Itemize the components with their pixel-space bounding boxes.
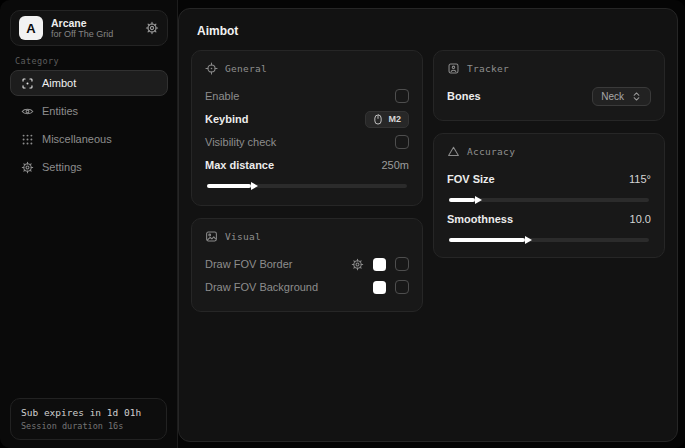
enable-row: Enable — [205, 85, 409, 107]
sidebar-item-entities[interactable]: Entities — [10, 98, 168, 124]
keybind-row: Keybind M2 — [205, 108, 409, 130]
image-icon — [205, 230, 218, 243]
sub-expires-text: Sub expires in 1d 01h — [21, 407, 156, 418]
eye-icon — [21, 105, 34, 118]
mouse-icon — [373, 114, 383, 125]
fov-border-label: Draw FOV Border — [205, 258, 292, 270]
fov-size-value: 115° — [629, 173, 651, 185]
tracker-card: Tracker Bones Neck — [433, 50, 665, 121]
brand-subtitle: for Off The Grid — [51, 29, 137, 39]
card-title: Tracker — [467, 63, 509, 74]
keybind-value: M2 — [388, 114, 401, 124]
fov-border-row: Draw FOV Border — [205, 253, 409, 275]
sidebar-item-label: Entities — [42, 105, 78, 117]
app-window: A Arcane for Off The Grid Category — [0, 0, 685, 448]
card-title: Accuracy — [467, 146, 515, 157]
general-card: General Enable Keybind — [191, 50, 423, 206]
bones-select[interactable]: Neck — [592, 87, 651, 106]
left-column: General Enable Keybind — [191, 50, 423, 312]
category-label: Category — [15, 56, 59, 66]
brand-name: Arcane — [51, 17, 137, 29]
crosshair-icon — [205, 62, 218, 75]
fov-size-label: FOV Size — [447, 173, 495, 185]
gear-icon[interactable] — [145, 21, 159, 35]
keybind-button[interactable]: M2 — [365, 111, 409, 128]
fov-size-row: FOV Size 115° — [447, 168, 651, 190]
page-title: Aimbot — [179, 9, 677, 50]
crosshair-icon — [21, 77, 34, 90]
sidebar-item-label: Miscellaneous — [42, 133, 112, 145]
session-duration-text: Session duration 16s — [21, 421, 156, 431]
main-panel: Aimbot General — [178, 8, 678, 442]
max-distance-value: 250m — [381, 159, 409, 171]
smoothness-label: Smoothness — [447, 213, 513, 225]
visibility-check-label: Visibility check — [205, 136, 276, 148]
fov-border-color-swatch[interactable] — [373, 258, 386, 271]
slider-fill[interactable] — [207, 184, 251, 188]
enable-checkbox[interactable] — [395, 89, 409, 103]
accuracy-card: Accuracy FOV Size 115° Smoothness 10.0 — [433, 133, 665, 258]
brand-card: A Arcane for Off The Grid — [10, 10, 168, 46]
visibility-check-row: Visibility check — [205, 131, 409, 153]
grid-dots-icon — [21, 133, 34, 146]
fov-background-color-swatch[interactable] — [373, 281, 386, 294]
person-box-icon — [447, 62, 460, 75]
bones-value: Neck — [601, 91, 624, 102]
sidebar-nav: Aimbot Entities — [10, 70, 168, 182]
fov-size-slider[interactable] — [449, 198, 649, 202]
sidebar-item-label: Aimbot — [42, 77, 76, 89]
content-grid: General Enable Keybind — [179, 50, 677, 312]
slider-fill[interactable] — [449, 238, 525, 242]
gear-icon[interactable] — [351, 258, 364, 271]
max-distance-row: Max distance 250m — [205, 154, 409, 176]
bones-row: Bones Neck — [447, 85, 651, 107]
bones-label: Bones — [447, 90, 481, 102]
right-column: Tracker Bones Neck — [433, 50, 665, 258]
gear-icon — [21, 161, 34, 174]
sidebar-item-settings[interactable]: Settings — [10, 154, 168, 180]
visibility-check-checkbox[interactable] — [395, 135, 409, 149]
max-distance-label: Max distance — [205, 159, 274, 171]
smoothness-slider[interactable] — [449, 238, 649, 242]
chevron-up-down-icon — [631, 91, 642, 102]
enable-label: Enable — [205, 90, 239, 102]
fov-background-checkbox[interactable] — [395, 280, 409, 294]
sidebar-item-miscellaneous[interactable]: Miscellaneous — [10, 126, 168, 152]
smoothness-value: 10.0 — [630, 213, 651, 225]
fov-border-checkbox[interactable] — [395, 257, 409, 271]
max-distance-slider[interactable] — [207, 184, 407, 188]
sidebar: A Arcane for Off The Grid Category — [0, 0, 178, 448]
slider-fill[interactable] — [449, 198, 475, 202]
sidebar-item-label: Settings — [42, 161, 82, 173]
triangle-icon — [447, 145, 460, 158]
brand-logo: A — [19, 16, 43, 40]
fov-background-row: Draw FOV Background — [205, 276, 409, 298]
card-title: Visual — [225, 231, 261, 242]
subscription-info: Sub expires in 1d 01h Session duration 1… — [10, 398, 167, 440]
fov-background-label: Draw FOV Background — [205, 281, 318, 293]
card-title: General — [225, 63, 267, 74]
visual-card: Visual Draw FOV Border — [191, 218, 423, 312]
smoothness-row: Smoothness 10.0 — [447, 208, 651, 230]
sidebar-item-aimbot[interactable]: Aimbot — [10, 70, 168, 96]
keybind-label: Keybind — [205, 113, 248, 125]
